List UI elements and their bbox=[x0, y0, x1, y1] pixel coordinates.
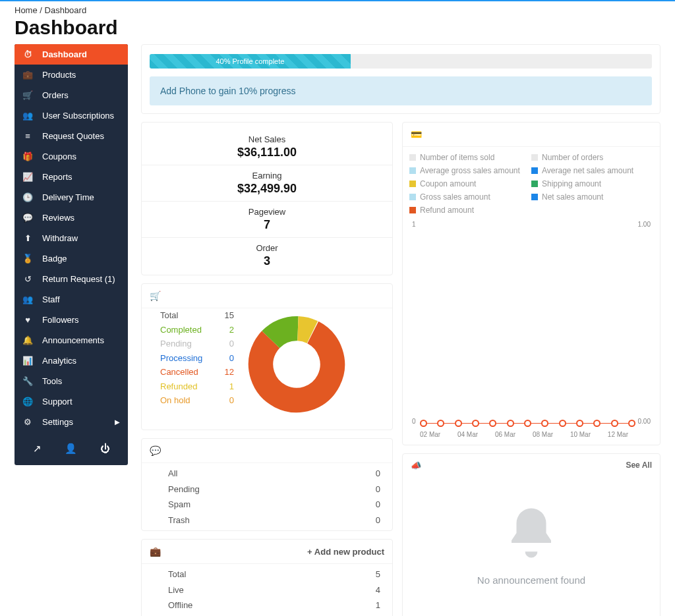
x-tick: 02 Mar bbox=[420, 431, 440, 438]
legend-item[interactable]: Net sales amount bbox=[531, 190, 653, 204]
chart-point bbox=[559, 420, 566, 427]
sidebar-item-request-quotes[interactable]: ≡Request Quotes bbox=[15, 126, 128, 146]
chart-point bbox=[593, 420, 601, 427]
gift-icon: 🎁 bbox=[22, 152, 33, 161]
users-icon: 👥 bbox=[22, 111, 33, 121]
sidebar-item-orders[interactable]: 🛒Orders bbox=[15, 85, 128, 105]
legend-item[interactable]: Gross sales amount bbox=[409, 190, 531, 204]
page-title: Dashboard bbox=[0, 16, 675, 44]
sidebar-item-products[interactable]: 💼Products bbox=[15, 65, 128, 85]
breadcrumb-home[interactable]: Home bbox=[15, 5, 38, 15]
sidebar-item-dashboard[interactable]: ⏱Dashboard bbox=[15, 44, 128, 65]
sidebar-item-staff[interactable]: 👥Staff bbox=[15, 289, 128, 310]
chart-point bbox=[472, 420, 479, 427]
chevron-right-icon: ▶ bbox=[115, 418, 120, 426]
list-item: Live4 bbox=[142, 582, 392, 598]
sidebar-item-label: Support bbox=[42, 397, 73, 406]
sidebar-item-label: Delivery Time bbox=[42, 192, 94, 202]
sidebar-item-label: Announcements bbox=[42, 335, 104, 345]
alert-add-phone[interactable]: Add Phone to gain 10% progress bbox=[150, 76, 652, 105]
legend-item[interactable]: Average gross sales amount bbox=[409, 164, 531, 177]
stats-card: Net Sales$36,111.00Earning$32,499.90Page… bbox=[141, 122, 393, 275]
list-item: Spam0 bbox=[142, 497, 392, 513]
stat-label: Order bbox=[142, 243, 392, 253]
list-item: Processing0 bbox=[160, 351, 234, 366]
globe-icon: 🌐 bbox=[22, 397, 33, 406]
dashboard-icon: ⏱ bbox=[22, 49, 33, 59]
x-tick: 04 Mar bbox=[457, 431, 478, 438]
chart-point bbox=[455, 420, 462, 427]
sidebar-item-label: Coupons bbox=[42, 152, 76, 161]
sidebar-item-label: Orders bbox=[42, 90, 69, 100]
legend-item[interactable]: Number of items sold bbox=[409, 151, 531, 164]
comments-icon: 💬 bbox=[150, 445, 161, 456]
stat-value: $36,111.00 bbox=[142, 146, 392, 159]
bell-icon bbox=[502, 503, 561, 563]
list-item: Total15 bbox=[160, 308, 234, 323]
stat-label: Net Sales bbox=[142, 134, 392, 144]
stat-value: $32,499.90 bbox=[142, 182, 392, 196]
wrench-icon: 🔧 bbox=[22, 376, 33, 386]
legend-item[interactable]: Shipping amount bbox=[531, 177, 653, 190]
sidebar-item-delivery-time[interactable]: 🕒Delivery Time bbox=[15, 187, 128, 208]
gear-icon: ⚙ bbox=[22, 417, 33, 427]
sidebar-item-user-subscriptions[interactable]: 👥User Subscriptions bbox=[15, 105, 128, 126]
sidebar-item-coupons[interactable]: 🎁Coupons bbox=[15, 146, 128, 167]
list-item: Pending0 bbox=[160, 337, 234, 351]
add-new-product-link[interactable]: + Add new product bbox=[307, 547, 384, 557]
sidebar-item-settings[interactable]: ⚙Settings▶ bbox=[15, 412, 128, 432]
sidebar-item-reports[interactable]: 📈Reports bbox=[15, 167, 128, 187]
chart-point bbox=[541, 420, 548, 427]
sidebar-item-label: Reviews bbox=[42, 213, 74, 223]
sidebar-item-label: Staff bbox=[42, 294, 60, 304]
chart-legend: Number of items soldAverage gross sales … bbox=[403, 147, 660, 221]
see-all-link[interactable]: See All bbox=[626, 461, 652, 470]
chart-point bbox=[420, 420, 427, 427]
list-item: Pending Review0 bbox=[142, 613, 392, 617]
x-tick: 08 Mar bbox=[533, 431, 553, 438]
megaphone-icon: 📣 bbox=[411, 461, 421, 470]
sidebar-item-tools[interactable]: 🔧Tools bbox=[15, 371, 128, 391]
sidebar-item-label: User Subscriptions bbox=[42, 111, 114, 121]
sidebar-item-support[interactable]: 🌐Support bbox=[15, 391, 128, 412]
list-item: On hold0 bbox=[160, 393, 234, 408]
list-item: Cancelled12 bbox=[160, 365, 234, 379]
list-item: Pending0 bbox=[142, 482, 392, 497]
announcements-empty-text: No announcement found bbox=[411, 574, 652, 586]
legend-item[interactable]: Average net sales amount bbox=[531, 164, 653, 177]
orders-card: 🛒 Total15Completed2Pending0Processing0Ca… bbox=[141, 283, 393, 430]
list-item: Refunded1 bbox=[160, 379, 234, 394]
sidebar-item-label: Dashboard bbox=[42, 49, 87, 59]
chart-point bbox=[437, 420, 444, 427]
breadcrumb: Home / Dashboard bbox=[0, 4, 675, 16]
sidebar-item-withdraw[interactable]: ⬆Withdraw bbox=[15, 228, 128, 248]
user-icon[interactable]: 👤 bbox=[65, 443, 77, 455]
list-item: All0 bbox=[142, 466, 392, 482]
announcements-card: 📣 See All No announcement found bbox=[402, 453, 660, 616]
stat-value: 7 bbox=[142, 218, 392, 232]
list-item: Completed2 bbox=[160, 323, 234, 337]
sidebar-item-analytics[interactable]: 📊Analytics bbox=[15, 350, 128, 371]
x-tick: 12 Mar bbox=[608, 431, 628, 438]
sidebar: ⏱Dashboard💼Products🛒Orders👥User Subscrip… bbox=[15, 44, 128, 465]
sidebar-item-label: Withdraw bbox=[42, 233, 78, 243]
progress-fill: 40% Profile complete bbox=[150, 54, 351, 69]
share-icon[interactable]: ↗ bbox=[33, 443, 42, 455]
power-icon[interactable]: ⏻ bbox=[100, 443, 110, 455]
chart-point bbox=[611, 420, 618, 427]
list-icon: ≡ bbox=[22, 131, 33, 141]
comments-icon: 💬 bbox=[22, 213, 33, 223]
sidebar-item-return-request-1-[interactable]: ↺Return Request (1) bbox=[15, 269, 128, 289]
sidebar-item-announcements[interactable]: 🔔Announcements bbox=[15, 330, 128, 350]
sidebar-item-badge[interactable]: 🏅Badge bbox=[15, 248, 128, 269]
sidebar-item-label: Followers bbox=[42, 315, 79, 325]
legend-item[interactable]: Coupon amount bbox=[409, 177, 531, 190]
analytics-icon: 📊 bbox=[22, 356, 33, 366]
legend-item[interactable]: Number of orders bbox=[531, 151, 653, 164]
progress-bar: 40% Profile complete bbox=[150, 54, 652, 69]
sidebar-item-followers[interactable]: ♥Followers bbox=[15, 310, 128, 330]
legend-item[interactable]: Refund amount bbox=[409, 204, 531, 217]
sidebar-item-reviews[interactable]: 💬Reviews bbox=[15, 208, 128, 228]
upload-icon: ⬆ bbox=[22, 233, 33, 243]
cart-icon: 🛒 bbox=[150, 291, 161, 301]
